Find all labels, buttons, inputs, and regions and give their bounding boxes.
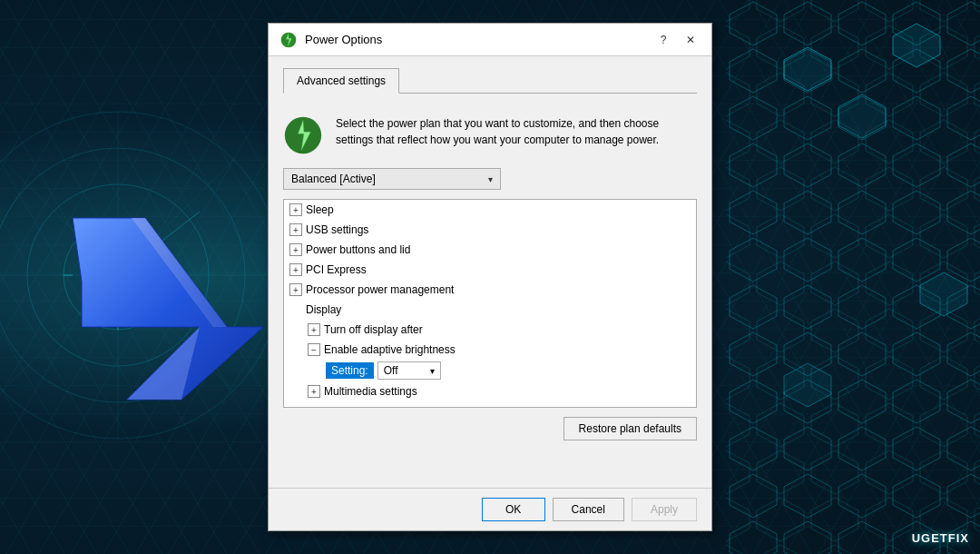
plan-dropdown-arrow: ▾ (488, 174, 493, 184)
tab-bar: Advanced settings (283, 67, 697, 94)
setting-row: Setting: Off ▾ (284, 360, 696, 381)
cancel-button[interactable]: Cancel (553, 498, 624, 521)
tree-item-turn-off-display[interactable]: + Turn off display after (284, 320, 696, 340)
tree-item-usb[interactable]: + USB settings (284, 220, 696, 240)
plan-dropdown-value: Balanced [Active] (291, 173, 376, 185)
power-options-icon (279, 31, 298, 49)
dialog-footer: OK Cancel Apply (269, 488, 711, 530)
sleep-label: Sleep (306, 203, 334, 216)
adaptive-brightness-expander[interactable]: − (308, 343, 320, 356)
dialog-body: Advanced settings Select the power plan … (269, 56, 711, 488)
adaptive-brightness-label: Enable adaptive brightness (324, 343, 456, 356)
tree-item-adaptive-brightness[interactable]: − Enable adaptive brightness (284, 340, 696, 360)
apply-button[interactable]: Apply (632, 498, 697, 521)
info-power-icon (283, 115, 323, 155)
setting-label: Setting: (326, 362, 374, 379)
help-button[interactable]: ? (653, 30, 673, 50)
info-section: Select the power plan that you want to c… (283, 112, 697, 159)
setting-value-dropdown[interactable]: Off ▾ (377, 361, 441, 380)
dialog-backdrop: Power Options ? ✕ Advanced settings Sele… (0, 0, 980, 554)
multimedia-expander[interactable]: + (308, 385, 320, 398)
turn-off-display-expander[interactable]: + (308, 323, 320, 336)
power-buttons-label: Power buttons and lid (306, 243, 410, 256)
settings-tree[interactable]: + Sleep + USB settings + Power buttons a… (283, 199, 697, 408)
tree-item-multimedia[interactable]: + Multimedia settings (284, 381, 696, 401)
close-button[interactable]: ✕ (681, 30, 701, 50)
sleep-expander[interactable]: + (289, 203, 302, 216)
info-description: Select the power plan that you want to c… (336, 115, 697, 148)
usb-expander[interactable]: + (289, 223, 302, 236)
plan-dropdown[interactable]: Balanced [Active] ▾ (283, 168, 501, 190)
power-buttons-expander[interactable]: + (289, 243, 302, 256)
power-options-dialog: Power Options ? ✕ Advanced settings Sele… (268, 23, 712, 531)
dialog-title: Power Options (305, 33, 646, 46)
dialog-titlebar: Power Options ? ✕ (269, 24, 711, 56)
tab-advanced-settings[interactable]: Advanced settings (283, 68, 399, 94)
multimedia-label: Multimedia settings (324, 385, 417, 398)
ok-button[interactable]: OK (482, 498, 545, 521)
processor-expander[interactable]: + (289, 283, 302, 296)
pci-label: PCI Express (306, 263, 367, 276)
usb-label: USB settings (306, 223, 368, 236)
tree-item-power-buttons[interactable]: + Power buttons and lid (284, 240, 696, 260)
processor-label: Processor power management (306, 283, 454, 296)
watermark: UGETFIX (912, 531, 969, 545)
tree-item-pci[interactable]: + PCI Express (284, 260, 696, 280)
restore-defaults-button[interactable]: Restore plan defaults (564, 417, 697, 440)
setting-value: Off (384, 364, 398, 377)
turn-off-display-label: Turn off display after (324, 323, 423, 336)
display-label: Display (306, 303, 341, 316)
tree-item-processor[interactable]: + Processor power management (284, 280, 696, 300)
tree-item-display[interactable]: Display (284, 300, 696, 320)
setting-dropdown-arrow: ▾ (430, 366, 435, 376)
tree-item-sleep[interactable]: + Sleep (284, 200, 696, 220)
pci-expander[interactable]: + (289, 263, 302, 276)
